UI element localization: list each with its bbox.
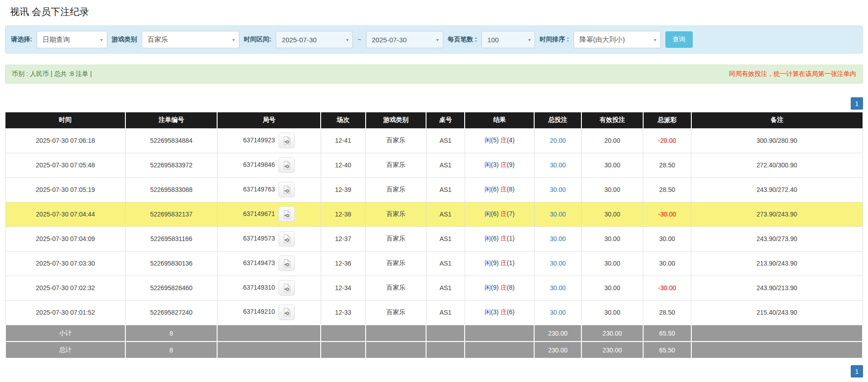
total-bet-link[interactable]: 30.00	[550, 211, 566, 218]
player-result-value: (9)	[491, 284, 499, 291]
game-category-dropdown[interactable]: 百家乐 ▾	[142, 31, 239, 48]
table-body: 2025-07-30 07:06:18522695834884637149923…	[5, 128, 863, 358]
banker-result-value: (8)	[507, 284, 515, 291]
chevron-down-icon: ▾	[100, 37, 103, 42]
footer-payout: 65.50	[643, 325, 691, 342]
table-row: 2025-07-30 07:04:44522695832137637149671…	[5, 202, 863, 226]
player-result-value: (6)	[491, 235, 499, 242]
cell-time: 2025-07-30 07:02:32	[5, 276, 125, 300]
table-row: 2025-07-30 07:04:09522695831166637149573…	[5, 226, 863, 251]
cell-bet-id: 522695828460	[125, 276, 217, 300]
column-header: 结果	[465, 112, 534, 128]
column-header: 时间	[5, 112, 125, 128]
video-record-icon[interactable]	[278, 133, 295, 148]
cell-table-no: AS1	[426, 202, 465, 226]
banker-result-label: 庄	[501, 308, 507, 316]
pagination-page-1[interactable]: 1	[851, 365, 863, 377]
pagination-top: 1	[5, 97, 863, 110]
cell-remark: 273.90/243.90	[691, 202, 863, 226]
cell-remark: 272.40/300.90	[691, 153, 863, 177]
select-type-dropdown[interactable]: 日期查询 ▾	[37, 31, 107, 48]
banker-result-label: 庄	[501, 235, 507, 242]
cell-game-category: 百家乐	[366, 202, 427, 226]
chevron-down-icon: ▾	[346, 37, 348, 42]
video-record-icon[interactable]	[278, 157, 295, 173]
cell-game-category: 百家乐	[366, 300, 427, 325]
cell-round-id: 637149763	[217, 177, 321, 202]
cell-payout: 28.50	[643, 300, 691, 325]
cell-table-no: AS1	[426, 251, 465, 276]
cell-session: 12-37	[321, 226, 365, 251]
column-header: 游戏类别	[366, 112, 427, 128]
footer-total-bet: 230.00	[534, 342, 581, 358]
video-record-icon[interactable]	[278, 182, 295, 197]
round-id: 637149923	[243, 136, 275, 144]
date-to-input[interactable]: 2025-07-30 ▾	[366, 31, 443, 48]
query-button[interactable]: 查询	[665, 31, 693, 48]
footer-count: 8	[125, 325, 217, 342]
player-result-value: (9)	[491, 259, 499, 266]
cell-time: 2025-07-30 07:06:18	[5, 128, 125, 153]
cell-result: 闲(3) 庄(6)	[465, 300, 534, 325]
total-bet-link[interactable]: 30.00	[550, 309, 566, 316]
cell-game-category: 百家乐	[366, 276, 427, 300]
cell-round-id: 637149473	[217, 251, 321, 276]
round-id: 637149573	[243, 235, 275, 242]
date-to-value: 2025-07-30	[372, 36, 407, 44]
cell-table-no: AS1	[426, 276, 465, 300]
cell-payout: -30.00	[643, 276, 691, 300]
footer-empty	[426, 325, 465, 342]
time-sort-value: 降幂(由大到小)	[580, 35, 625, 44]
time-sort-label: 时间排序 :	[540, 35, 569, 44]
result-content: 闲(9) 庄(1)	[485, 259, 515, 266]
cell-round-id: 637149210	[217, 300, 321, 325]
video-record-icon[interactable]	[278, 256, 295, 271]
total-bet-link[interactable]: 30.00	[550, 186, 566, 193]
cell-table-no: AS1	[426, 300, 465, 325]
banker-result-value: (1)	[507, 259, 515, 266]
cell-session: 12-33	[321, 300, 365, 325]
video-record-icon[interactable]	[278, 305, 295, 320]
date-range-separator: ~	[357, 36, 361, 43]
cell-remark: 300.90/280.90	[691, 128, 863, 153]
footer-empty	[691, 342, 863, 358]
footer-empty	[366, 325, 427, 342]
cell-payout: 30.00	[643, 226, 691, 251]
table-row: 2025-07-30 07:06:18522695834884637149923…	[5, 128, 863, 153]
date-from-value: 2025-07-30	[282, 36, 317, 44]
cell-game-category: 百家乐	[366, 177, 427, 202]
video-record-icon[interactable]	[278, 280, 295, 296]
cell-valid-bet: 30.00	[581, 202, 643, 226]
cell-time: 2025-07-30 07:05:19	[5, 177, 125, 202]
currency-total-text: 币别 : 人民币 | 总共 :8 注单 |	[12, 70, 92, 78]
cell-payout: 28.50	[643, 153, 691, 177]
page-size-label: 每页笔数 :	[448, 35, 477, 44]
round-id: 637149671	[243, 210, 275, 217]
cell-total-bet: 30.00	[534, 276, 581, 300]
cell-table-no: AS1	[426, 153, 465, 177]
cell-payout: -30.00	[643, 202, 691, 226]
video-record-icon[interactable]	[278, 231, 295, 246]
date-from-input[interactable]: 2025-07-30 ▾	[276, 31, 353, 48]
cell-session: 12-34	[321, 276, 365, 300]
time-sort-dropdown[interactable]: 降幂(由大到小) ▾	[574, 31, 661, 48]
cell-round-id: 637149310	[217, 276, 321, 300]
cell-result: 闲(9) 庄(1)	[465, 251, 534, 276]
total-bet-link[interactable]: 30.00	[550, 260, 566, 267]
cell-result: 闲(9) 庄(8)	[465, 276, 534, 300]
cell-valid-bet: 30.00	[581, 276, 643, 300]
cell-payout: 28.50	[643, 177, 691, 202]
pagination-page-1[interactable]: 1	[851, 97, 863, 110]
total-bet-link[interactable]: 30.00	[550, 235, 566, 242]
footer-label: 小计	[5, 325, 125, 342]
page-size-dropdown[interactable]: 100 ▾	[481, 31, 535, 48]
total-bet-link[interactable]: 30.00	[550, 161, 566, 169]
cell-total-bet: 30.00	[534, 177, 581, 202]
total-bet-link[interactable]: 20.00	[550, 137, 566, 144]
player-result-label: 闲	[485, 284, 491, 291]
cell-remark: 213.90/243.90	[691, 251, 863, 276]
video-record-icon[interactable]	[278, 206, 295, 222]
total-bet-link[interactable]: 30.00	[550, 284, 566, 292]
table-header-row: 时间注单编号局号场次游戏类别桌号结果总投注有效投注总派彩备注	[5, 112, 863, 128]
player-result-value: (6)	[491, 210, 499, 217]
